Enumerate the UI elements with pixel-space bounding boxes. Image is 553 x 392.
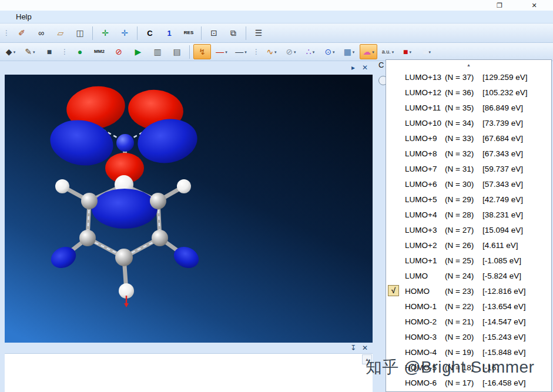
show-atom-numbers-icon: 1	[167, 29, 171, 37]
toolbar-separator	[189, 45, 190, 59]
rotate-atoms-button[interactable]: ✛	[116, 25, 133, 41]
panel-expand-icon[interactable]: ▸	[351, 63, 355, 72]
orbital-row[interactable]: LUMO+8(N = 32)[67.343 eV]	[386, 146, 551, 161]
measure-distance-button[interactable]: ▥	[149, 44, 166, 59]
orbital-row[interactable]: LUMO(N = 24)[-5.824 eV]	[386, 268, 551, 283]
dropdown-caret-icon: ▾	[428, 50, 431, 54]
orbital-row[interactable]: LUMO+1(N = 25)[-1.085 eV]	[386, 253, 551, 268]
compute-lightning-button[interactable]: ↯	[193, 44, 211, 59]
show-atom-numbers-button[interactable]: 1	[160, 25, 178, 41]
orbital-row[interactable]: LUMO+7(N = 31)[59.737 eV]	[386, 161, 551, 176]
move-atoms-button[interactable]: ✛	[96, 25, 114, 41]
orbital-row[interactable]: LUMO+13(N = 37)[129.259 eV]	[386, 69, 551, 85]
orbital-label: LUMO	[405, 272, 445, 280]
atom-white	[119, 283, 134, 299]
marker-pen-button[interactable]: ✐	[13, 25, 31, 41]
grid-surface-button[interactable]: ▦▾	[340, 44, 358, 59]
serial-numbers-button[interactable]: ☰	[250, 25, 267, 41]
dropdown-caret-icon: ▾	[33, 50, 35, 54]
bond	[63, 238, 88, 257]
orbital-row[interactable]: LUMO+3(N = 27)[15.094 eV]	[386, 222, 551, 237]
background-color-button[interactable]: ■	[41, 44, 58, 59]
stamp-tool-button[interactable]: ◫	[71, 25, 89, 41]
run-job-button[interactable]: ▶	[129, 44, 147, 59]
orbital-display-button[interactable]: ⊙▾	[321, 44, 338, 59]
restore-window-button[interactable]: ❐	[492, 1, 507, 10]
dashed-bond	[128, 124, 157, 140]
dual-display-button[interactable]: ⧉	[224, 25, 242, 41]
orbital-lobe-red	[126, 87, 186, 132]
menu-help[interactable]: Help	[11, 11, 37, 22]
close-window-button[interactable]: ✕	[527, 1, 541, 10]
orbital-label: LUMO+1	[405, 256, 445, 265]
footer-close-icon[interactable]: ✕	[362, 344, 368, 352]
model-sphere-icon: ●	[78, 48, 82, 56]
atom-white	[115, 175, 133, 194]
orbital-label: LUMO+7	[405, 165, 445, 173]
orbital-row[interactable]: LUMO+5(N = 29)[42.749 eV]	[386, 192, 551, 207]
orbital-row[interactable]: LUMO+11(N = 35)[86.849 eV]	[386, 100, 551, 115]
orbital-row[interactable]: √HOMO(N = 23)[-12.816 eV]	[386, 283, 551, 299]
model-sphere-button[interactable]: ●	[71, 44, 89, 59]
dropdown-caret-icon: ▾	[274, 50, 277, 54]
orbital-label: HOMO-6	[405, 378, 445, 387]
hide-surface-icon: ⊘	[286, 48, 293, 56]
atom-gray	[79, 230, 96, 246]
orbital-row[interactable]: LUMO+4(N = 28)[38.231 eV]	[386, 207, 551, 222]
measure-angle-button[interactable]: ▤	[168, 44, 186, 59]
show-atom-symbols-icon: C	[147, 29, 152, 37]
solvent-surface-button[interactable]: ☁▾	[360, 44, 377, 59]
eraser-button[interactable]: ▱	[52, 25, 69, 41]
toolbar-grip-handle[interactable]: ⋮	[61, 48, 68, 56]
toolbar-grip-handle[interactable]: ⋮	[253, 48, 260, 56]
solvent-surface-icon: ☁	[363, 48, 371, 56]
orbital-row[interactable]: HOMO-1(N = 22)[-13.654 eV]	[386, 299, 551, 314]
pin-icon[interactable]: ↧	[350, 344, 356, 352]
toolbar-grip-handle[interactable]: ⋮	[3, 29, 10, 37]
show-residues-button[interactable]: RES	[180, 25, 197, 41]
hide-surface-button[interactable]: ⊘▾	[282, 44, 300, 59]
bond	[88, 201, 89, 238]
dropdown-caret-icon: ▾	[372, 50, 374, 54]
orbital-electron-count: (N = 36)	[445, 88, 482, 97]
stop-calculation-button[interactable]: ⊘	[110, 44, 128, 59]
orbital-lobe-blue	[134, 115, 200, 168]
orbit-brush-button[interactable]: ✎▾	[21, 44, 39, 59]
orbital-row[interactable]: LUMO+10(N = 34)[73.739 eV]	[386, 115, 551, 130]
molecule-viewport[interactable]	[5, 75, 373, 343]
units-au-button[interactable]: a.u.▾	[379, 44, 397, 59]
orbital-lobe-blue	[170, 243, 202, 272]
color-white-swatch-button[interactable]: ■▾	[418, 44, 435, 59]
orbital-row[interactable]: HOMO-2(N = 21)[-14.547 eV]	[386, 314, 551, 329]
view-glasses-button[interactable]: ∞	[32, 25, 50, 41]
orbital-row[interactable]: LUMO+2(N = 26)[4.611 eV]	[386, 237, 551, 253]
orbital-energy: [86.849 eV]	[482, 103, 551, 112]
orbit-brush-icon: ✎	[25, 48, 32, 56]
show-atom-symbols-button[interactable]: C	[141, 25, 159, 41]
orbital-label: LUMO+10	[405, 119, 445, 128]
orbital-row[interactable]: LUMO+9(N = 33)[67.684 eV]	[386, 130, 551, 146]
viewport-header: ▸ ✕	[0, 61, 373, 75]
stop-calculation-icon: ⊘	[115, 48, 122, 56]
orbital-energy: [59.737 eV]	[482, 165, 551, 173]
presentation-display-button[interactable]: ⊡	[205, 25, 223, 41]
orbital-row[interactable]: LUMO+6(N = 30)[57.343 eV]	[386, 176, 551, 192]
orbital-row[interactable]: HOMO-3(N = 20)[-15.243 eV]	[386, 329, 551, 344]
dot-surface-button[interactable]: ∴▾	[301, 44, 319, 59]
bottom-panel: ▲	[5, 353, 373, 392]
orbital-label: HOMO-1	[405, 302, 445, 311]
select-move-icon: ◆	[6, 48, 12, 56]
bond-tool-dark-button[interactable]: —▾	[232, 44, 250, 59]
orbital-checkmark[interactable]: √	[388, 285, 399, 296]
grid-surface-icon: ▦	[344, 48, 351, 56]
orbital-scroll-up-button[interactable]: ▲	[386, 60, 551, 69]
select-move-button[interactable]: ◆▾	[2, 44, 19, 59]
toolbar-row-2: ◆▾✎▾■⋮●MM2⊘▶▥▤↯—▾—▾⋮∿▾⊘▾∴▾⊙▾▦▾☁▾a.u.▾■▾■…	[0, 43, 553, 61]
panel-close-icon[interactable]: ✕	[362, 63, 368, 72]
color-red-swatch-button[interactable]: ■▾	[398, 44, 416, 59]
orbital-row[interactable]: LUMO+12(N = 36)[105.232 eV]	[386, 85, 551, 100]
helix-tool-button[interactable]: ∿▾	[263, 44, 280, 59]
dashed-bond	[158, 203, 160, 236]
mm2-minimize-button[interactable]: MM2	[91, 44, 108, 59]
bond-tool-red-button[interactable]: —▾	[213, 44, 230, 59]
